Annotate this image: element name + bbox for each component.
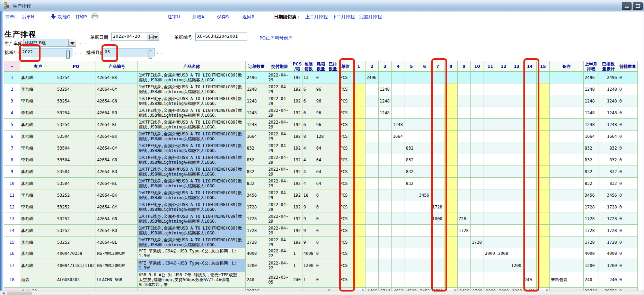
day-qty-cell[interactable] xyxy=(431,131,444,142)
product-name-cell[interactable]: 1米TPE线身,金属外壳USB A TO LIGHTNING(C89)数据线,U… xyxy=(138,107,246,119)
day-qty-cell[interactable] xyxy=(470,225,484,236)
row-selector[interactable]: 16 xyxy=(4,248,20,259)
day-qty-cell[interactable] xyxy=(523,225,536,236)
day-qty-cell[interactable] xyxy=(418,178,431,189)
day-qty-cell[interactable] xyxy=(391,154,405,166)
pcs-per-box-cell[interactable]: 192 xyxy=(292,201,302,213)
day-qty-cell[interactable] xyxy=(365,225,378,236)
customer-cell[interactable]: 李烈峰 xyxy=(20,189,56,201)
day-qty-cell[interactable] xyxy=(418,213,431,225)
pending-qty-cell[interactable]: 0 xyxy=(618,107,637,119)
product-name-cell[interactable]: 1米TPE线身,金属外壳USB A TO LIGHTNING(C89)数据线,U… xyxy=(138,166,246,178)
due-date-cell[interactable]: 2022-04-29 xyxy=(267,201,292,213)
row-selector[interactable]: 12 xyxy=(4,201,20,213)
day-qty-cell[interactable] xyxy=(405,72,418,83)
day-qty-cell[interactable] xyxy=(457,154,470,166)
order-qty-cell[interactable]: 1728 xyxy=(246,225,267,236)
product-name-cell[interactable]: 1米TPE线身,金属外壳USB A TO LIGHTNING(C89)数据线,U… xyxy=(138,72,246,83)
order-qty-cell[interactable]: 240 xyxy=(246,272,267,288)
day-qty-cell[interactable] xyxy=(536,201,549,213)
day-qty-cell[interactable] xyxy=(497,201,510,213)
unit-cell[interactable]: PCS xyxy=(339,142,352,154)
day-qty-cell[interactable] xyxy=(510,142,523,154)
calendar-button[interactable] xyxy=(148,33,159,41)
tail-qty-cell[interactable]: 64 xyxy=(315,166,327,178)
pending-qty-cell[interactable]: 0 xyxy=(618,236,637,248)
product-name-cell[interactable]: MFI 苹果线，C94公-USB Type-C公,灰白棉网，L: 1.9米 xyxy=(138,248,246,259)
day-qty-cell[interactable]: 2000 xyxy=(484,248,497,259)
day-qty-cell[interactable] xyxy=(418,107,431,119)
order-qty-cell[interactable]: 2496 xyxy=(246,72,267,83)
po-cell[interactable]: 53252 xyxy=(56,189,96,201)
scheduled-qty-cell[interactable] xyxy=(327,189,339,201)
day-qty-cell[interactable] xyxy=(510,119,523,131)
box-count-cell[interactable]: 4 xyxy=(302,178,315,189)
po-cell[interactable]: 53504 xyxy=(56,131,96,142)
day-qty-cell[interactable] xyxy=(497,154,510,166)
day-qty-cell[interactable] xyxy=(444,166,457,178)
day-qty-cell[interactable] xyxy=(391,272,405,288)
year-more-dots[interactable]: . . xyxy=(75,50,81,55)
remark-cell[interactable] xyxy=(549,142,583,154)
first-half-qty-cell[interactable]: 1728 xyxy=(583,236,599,248)
cumulative-qty-cell[interactable]: 1728 xyxy=(599,213,618,225)
box-count-cell[interactable]: 4 xyxy=(302,142,315,154)
month-more-dots[interactable]: . . xyxy=(157,50,163,55)
day-qty-cell[interactable] xyxy=(378,213,391,225)
box-count-cell[interactable]: 13 xyxy=(302,72,315,83)
day-qty-cell[interactable] xyxy=(536,95,549,107)
day-qty-cell[interactable] xyxy=(431,225,444,236)
day-qty-cell[interactable] xyxy=(536,189,549,201)
day-qty-cell[interactable] xyxy=(497,107,510,119)
day-qty-cell[interactable] xyxy=(536,119,549,131)
part-number-cell[interactable]: 42654-RD xyxy=(96,166,138,178)
day-qty-cell[interactable] xyxy=(470,131,484,142)
scheduled-qty-cell[interactable] xyxy=(327,83,339,95)
pcs-per-box-cell[interactable]: 192 xyxy=(292,189,302,201)
pcs-per-box-cell[interactable]: 192 xyxy=(292,83,302,95)
due-date-cell[interactable]: 2022-04-29 xyxy=(267,95,292,107)
box-count-cell[interactable]: 6 xyxy=(302,83,315,95)
scheduled-qty-cell[interactable] xyxy=(327,166,339,178)
day-qty-cell[interactable] xyxy=(352,166,365,178)
scheduled-qty-cell[interactable] xyxy=(327,178,339,189)
day-qty-cell[interactable] xyxy=(510,72,523,83)
day-qty-cell[interactable] xyxy=(497,95,510,107)
day-qty-cell[interactable] xyxy=(405,248,418,259)
remark-cell[interactable] xyxy=(549,119,583,131)
cumulative-qty-cell[interactable]: 240 xyxy=(599,272,618,288)
prev-doc-link[interactable]: 前单L xyxy=(5,14,17,20)
tail-qty-cell[interactable]: 0 xyxy=(315,201,327,213)
box-count-cell[interactable]: 4008 xyxy=(302,248,315,259)
day-qty-cell[interactable] xyxy=(405,213,418,225)
tail-qty-cell[interactable]: 64 xyxy=(315,142,327,154)
day-qty-cell[interactable] xyxy=(536,236,549,248)
po-cell[interactable]: 53252 xyxy=(56,201,96,213)
day-qty-cell[interactable] xyxy=(391,178,405,189)
day-qty-cell[interactable] xyxy=(352,272,365,288)
pcs-per-box-cell[interactable]: 192 xyxy=(292,213,302,225)
cumulative-qty-cell[interactable]: 832 xyxy=(599,166,618,178)
pending-qty-cell[interactable]: 0 xyxy=(618,119,637,131)
po-cell[interactable]: 53252 xyxy=(56,236,96,248)
row-selector[interactable]: 15 xyxy=(4,236,20,248)
day-qty-cell[interactable] xyxy=(484,166,497,178)
due-date-cell[interactable]: 2022-04-29 xyxy=(267,83,292,95)
day-qty-cell[interactable] xyxy=(523,142,536,154)
day-qty-cell[interactable] xyxy=(418,272,431,288)
remark-cell[interactable] xyxy=(549,166,583,178)
customer-cell[interactable]: 李烈峰 xyxy=(20,95,56,107)
po-cell[interactable]: 53504 xyxy=(56,178,96,189)
day-qty-cell[interactable] xyxy=(352,142,365,154)
day-qty-cell[interactable] xyxy=(484,142,497,154)
full-month-link[interactable]: 完整月排程 xyxy=(359,14,382,20)
pcs-per-box-cell[interactable]: 192 xyxy=(292,166,302,178)
pending-qty-cell[interactable]: 0 xyxy=(618,213,637,225)
day-qty-cell[interactable] xyxy=(352,225,365,236)
day-qty-cell[interactable] xyxy=(431,259,444,272)
day-qty-cell[interactable] xyxy=(378,225,391,236)
new-link[interactable]: 新增A xyxy=(192,14,204,20)
tail-qty-cell[interactable]: 96 xyxy=(315,119,327,131)
day-qty-cell[interactable] xyxy=(510,178,523,189)
day-qty-cell[interactable] xyxy=(365,259,378,272)
